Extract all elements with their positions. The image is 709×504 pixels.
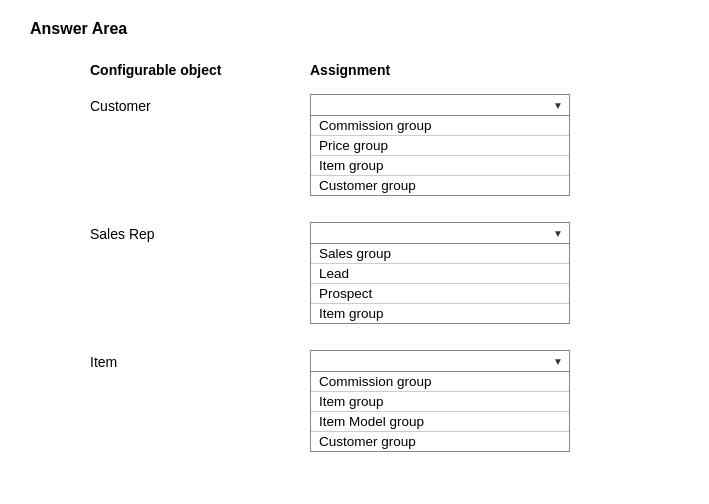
- dropdown-header-0[interactable]: ▼: [310, 94, 570, 116]
- assignment-cell-2: ▼Commission groupItem groupItem Model gr…: [290, 344, 679, 472]
- col-header-assignment: Assignment: [290, 56, 679, 88]
- dropdown-option-0-0[interactable]: Commission group: [311, 116, 569, 135]
- dropdown-options-0: Commission groupPrice groupItem groupCus…: [310, 116, 570, 196]
- page-title: Answer Area: [30, 20, 679, 38]
- dropdown-arrow-icon-0: ▼: [553, 100, 563, 111]
- object-label-0: Customer: [30, 88, 290, 216]
- dropdown-option-2-3[interactable]: Customer group: [311, 431, 569, 451]
- table-row: Customer▼Commission groupPrice groupItem…: [30, 88, 679, 216]
- dropdown-option-1-2[interactable]: Prospect: [311, 283, 569, 303]
- dropdown-arrow-icon-1: ▼: [553, 228, 563, 239]
- dropdown-1[interactable]: ▼Sales groupLeadProspectItem group: [310, 222, 570, 324]
- dropdown-option-0-1[interactable]: Price group: [311, 135, 569, 155]
- dropdown-arrow-icon-2: ▼: [553, 356, 563, 367]
- assignment-cell-0: ▼Commission groupPrice groupItem groupCu…: [290, 88, 679, 216]
- dropdown-2[interactable]: ▼Commission groupItem groupItem Model gr…: [310, 350, 570, 452]
- dropdown-option-1-1[interactable]: Lead: [311, 263, 569, 283]
- table-row: Sales Rep▼Sales groupLeadProspectItem gr…: [30, 216, 679, 344]
- dropdown-option-0-3[interactable]: Customer group: [311, 175, 569, 195]
- dropdown-options-1: Sales groupLeadProspectItem group: [310, 244, 570, 324]
- table-row: Item▼Commission groupItem groupItem Mode…: [30, 344, 679, 472]
- col-header-object: Configurable object: [30, 56, 290, 88]
- dropdown-option-1-3[interactable]: Item group: [311, 303, 569, 323]
- assignment-cell-1: ▼Sales groupLeadProspectItem group: [290, 216, 679, 344]
- object-label-2: Item: [30, 344, 290, 472]
- dropdown-option-2-2[interactable]: Item Model group: [311, 411, 569, 431]
- dropdown-0[interactable]: ▼Commission groupPrice groupItem groupCu…: [310, 94, 570, 196]
- dropdown-option-1-0[interactable]: Sales group: [311, 244, 569, 263]
- dropdown-option-0-2[interactable]: Item group: [311, 155, 569, 175]
- dropdown-option-2-0[interactable]: Commission group: [311, 372, 569, 391]
- dropdown-option-2-1[interactable]: Item group: [311, 391, 569, 411]
- object-label-1: Sales Rep: [30, 216, 290, 344]
- dropdown-header-2[interactable]: ▼: [310, 350, 570, 372]
- answer-area-table: Configurable object Assignment Customer▼…: [30, 56, 679, 472]
- dropdown-header-1[interactable]: ▼: [310, 222, 570, 244]
- dropdown-options-2: Commission groupItem groupItem Model gro…: [310, 372, 570, 452]
